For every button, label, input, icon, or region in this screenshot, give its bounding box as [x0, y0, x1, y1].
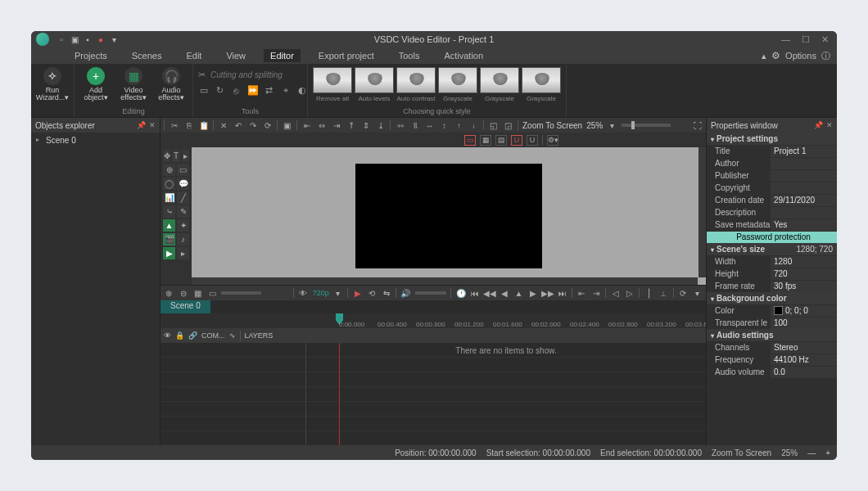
row-color[interactable]: Color0; 0; 0 — [707, 304, 837, 317]
section-background[interactable]: Background color — [707, 292, 837, 304]
volume-slider[interactable] — [415, 291, 447, 295]
more-dropdown-icon[interactable]: ▾ — [692, 288, 703, 299]
run-wizard-button[interactable]: ✧ RunWizard...▾ — [36, 67, 69, 102]
send-back-icon[interactable]: ◲ — [503, 120, 513, 131]
tool-reverse-icon[interactable]: ⇄ — [264, 85, 274, 96]
marker-up-icon[interactable]: ▲ — [513, 288, 524, 299]
style-grayscale-2[interactable]: Grayscale — [480, 67, 519, 102]
style-grayscale-3[interactable]: Grayscale — [522, 67, 561, 102]
fit-icon[interactable]: ⛶ — [692, 120, 703, 131]
split-clip-icon[interactable]: ⎮ — [644, 288, 654, 299]
next-marker-icon[interactable]: ▷ — [625, 288, 635, 299]
loop-icon[interactable]: ⟲ — [367, 288, 377, 299]
link-icon[interactable]: ⟳ — [678, 288, 689, 299]
line-tool-icon[interactable]: ╱ — [177, 191, 189, 204]
step-fwd-icon[interactable]: ▶▶ — [542, 288, 553, 299]
tool-speed-icon[interactable]: ⏩ — [247, 85, 258, 96]
hand-tool-icon[interactable]: ⊕ — [163, 164, 175, 176]
prop-row[interactable]: Copyright — [707, 182, 837, 194]
prop-row[interactable]: Save metadataYes — [707, 218, 837, 231]
add-object-button[interactable]: + Addobject▾ — [79, 67, 112, 102]
align-middle-icon[interactable]: ⇕ — [360, 120, 371, 131]
frame-back-icon[interactable]: ◀ — [500, 288, 510, 299]
distribute-v-icon[interactable]: ⥮ — [409, 120, 420, 131]
opt-gear-icon[interactable]: ⚙▾ — [547, 135, 558, 146]
chat-tool-icon[interactable]: 💬 — [177, 178, 189, 190]
same-width-icon[interactable]: ↔ — [424, 120, 435, 131]
resolution-label[interactable]: 720p — [313, 289, 329, 297]
res-dropdown-icon[interactable]: ▾ — [333, 288, 344, 299]
menu-view[interactable]: View — [219, 49, 252, 62]
prop-row[interactable]: Frequency44100 Hz — [707, 354, 837, 366]
prop-row[interactable]: ChannelsStereo — [707, 341, 837, 354]
props-pin-icon[interactable]: 📌 — [814, 121, 823, 129]
text-tool-icon[interactable]: T — [172, 150, 179, 162]
spray-tool-icon[interactable]: ✦ — [177, 219, 189, 232]
frame-fwd-icon[interactable]: ▶ — [528, 288, 539, 299]
refresh-icon[interactable]: ⟳ — [262, 120, 273, 131]
prop-row[interactable]: Publisher — [707, 169, 837, 182]
tool-stab-icon[interactable]: ⌖ — [280, 85, 291, 96]
open-icon[interactable]: ▣ — [70, 35, 79, 43]
ellipse-tool-icon[interactable]: ◯ — [163, 178, 175, 190]
tool-volume-icon[interactable]: ◐ — [296, 85, 307, 96]
style-remove-all[interactable]: Remove all — [313, 67, 352, 102]
crop-clip-icon[interactable]: ⟂ — [658, 288, 669, 299]
preview-canvas[interactable] — [192, 147, 706, 285]
opt-u1-icon[interactable]: U — [511, 135, 522, 146]
tree-scene-0[interactable]: Scene 0 — [31, 133, 160, 148]
clock-icon[interactable]: 🕐 — [455, 288, 466, 299]
link-col-icon[interactable]: 🔗 — [188, 331, 197, 340]
bring-front-icon[interactable]: ◱ — [488, 120, 499, 131]
more-tool-icon[interactable]: ▸ — [177, 247, 189, 259]
prop-row[interactable]: TitleProject 1 — [707, 145, 837, 157]
eye-col-icon[interactable]: 👁 — [164, 331, 171, 340]
brush-tool-icon[interactable]: ✎ — [177, 205, 189, 218]
align-right-icon[interactable]: ⇥ — [331, 120, 341, 131]
lock-col-icon[interactable]: 🔒 — [175, 331, 184, 340]
scissors-icon[interactable]: ✂ — [198, 70, 206, 80]
image-tool-icon[interactable]: ▲ — [163, 219, 175, 232]
shape-tool-icon[interactable]: ⤷ — [163, 205, 175, 218]
panel-close-icon[interactable]: ✕ — [149, 121, 156, 129]
prop-row[interactable]: Author — [707, 157, 837, 169]
tl-remove-icon[interactable]: ⊖ — [179, 288, 189, 299]
props-close-icon[interactable]: ✕ — [826, 121, 833, 129]
row-transparent[interactable]: Transparent le100 — [707, 317, 837, 329]
timeline-cursor[interactable] — [339, 343, 340, 445]
menu-edit[interactable]: Edit — [179, 49, 208, 62]
align-top-icon[interactable]: ⤒ — [346, 120, 356, 131]
menu-editor[interactable]: Editor — [264, 49, 301, 62]
tl-slider-1[interactable] — [221, 291, 261, 295]
range-icon[interactable]: ⇆ — [381, 288, 391, 299]
arrow-down-icon[interactable]: ↓ — [468, 120, 479, 131]
chart-tool-icon[interactable]: 📊 — [163, 191, 175, 204]
zoom-pct[interactable]: 25% — [586, 121, 603, 130]
qat-dropdown-icon[interactable]: ▾ — [110, 35, 118, 43]
go-start-icon[interactable]: ⏮ — [470, 288, 481, 299]
color-swatch[interactable] — [774, 306, 783, 315]
section-scene-size[interactable]: Scene's size1280; 720 — [707, 243, 837, 255]
menu-projects[interactable]: Projects — [68, 49, 114, 62]
undo-icon[interactable]: ↶ — [233, 120, 243, 131]
prop-row[interactable]: Height720 — [707, 268, 837, 280]
section-audio[interactable]: Audio settings — [707, 329, 837, 341]
paste-icon[interactable]: 📋 — [198, 120, 209, 131]
menu-activation[interactable]: Activation — [437, 49, 490, 62]
tool-split-icon[interactable]: ⎋ — [231, 85, 242, 96]
close-icon[interactable]: ✕ — [821, 34, 829, 45]
prop-row[interactable]: Audio volume0.0 — [707, 366, 837, 378]
prop-row[interactable]: Frame rate30 fps — [707, 280, 837, 292]
style-grayscale-1[interactable]: Grayscale — [438, 67, 477, 102]
marker-out-icon[interactable]: ⇥ — [591, 288, 602, 299]
audio-tool-icon[interactable]: ♪ — [177, 233, 189, 246]
prev-marker-icon[interactable]: ◁ — [610, 288, 621, 299]
wave-icon[interactable]: ∿ — [229, 331, 236, 340]
rect-tool-icon[interactable]: ▭ — [177, 164, 189, 176]
pin-icon[interactable]: 📌 — [137, 121, 146, 129]
gear-icon[interactable]: ⚙ — [771, 50, 780, 61]
delete-icon[interactable]: ✕ — [218, 120, 228, 131]
align-left-icon[interactable]: ⇤ — [301, 120, 312, 131]
video-effects-button[interactable]: ▦ Videoeffects▾ — [117, 67, 150, 102]
save-icon[interactable]: ▪ — [84, 35, 92, 43]
